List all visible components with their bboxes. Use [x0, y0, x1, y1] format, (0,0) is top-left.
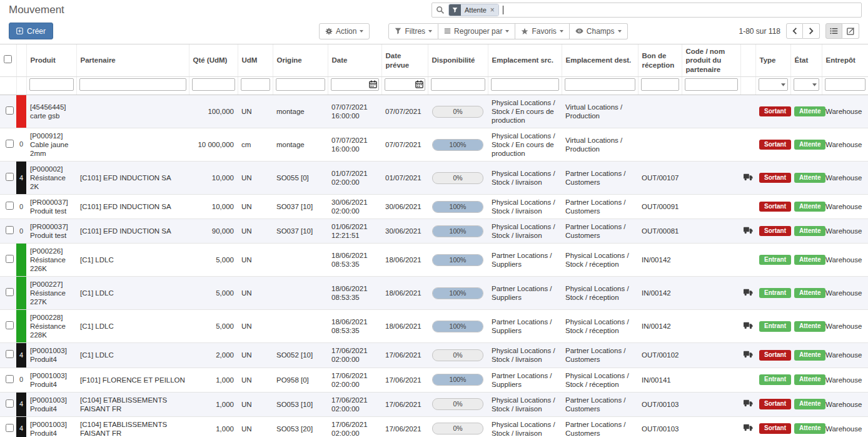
action-menu-button[interactable]: Action: [319, 23, 370, 39]
column-header-type[interactable]: Type: [755, 44, 790, 77]
filter-facet-icon: [449, 4, 461, 16]
editable-list-view-button[interactable]: [842, 23, 859, 39]
column-header-emplacement-src[interactable]: Emplacement src.: [488, 44, 562, 77]
column-header-date-prevue[interactable]: Date prévue: [381, 44, 428, 77]
movement-list-table: Produit Partenaire Qté (UdM) UdM Origine…: [0, 44, 868, 437]
row-checkbox[interactable]: [6, 424, 14, 432]
table-row[interactable]: 4 [P0001003] Produit4 [C104] ETABLISSEME…: [0, 416, 868, 437]
row-checkbox[interactable]: [6, 173, 14, 181]
row-checkbox[interactable]: [6, 350, 14, 358]
filter-type-select[interactable]: [759, 78, 788, 91]
select-all-header[interactable]: [0, 44, 16, 77]
partner-cell: [C101] EFD INDUCTION SA: [76, 162, 189, 195]
uom-cell: UN: [238, 416, 273, 437]
quantity-cell: 5,000: [189, 310, 238, 343]
search-facet-attente[interactable]: Attente ×: [448, 4, 499, 16]
calendar-icon[interactable]: [415, 80, 423, 88]
facet-remove-button[interactable]: ×: [490, 6, 495, 14]
pager-previous-button[interactable]: [786, 23, 803, 39]
column-header-origine[interactable]: Origine: [273, 44, 328, 77]
column-header-bon-reception[interactable]: Bon de réception: [638, 44, 682, 77]
filter-quantity-input[interactable]: [192, 78, 235, 91]
caret-down-icon: [618, 30, 622, 33]
expected-date-cell: 17/06/2021: [381, 368, 428, 392]
partner-code-cell: [682, 195, 740, 219]
plus-icon: [16, 28, 23, 34]
row-checkbox[interactable]: [6, 375, 14, 383]
expected-date-cell: 17/06/2021: [381, 343, 428, 368]
filter-origin-input[interactable]: [276, 78, 325, 91]
pager-next-button[interactable]: [803, 23, 820, 39]
type-badge: Sortant: [759, 399, 791, 409]
filter-produit-input[interactable]: [29, 78, 74, 91]
action-menu: Action: [319, 23, 370, 39]
list-view-button[interactable]: [825, 23, 842, 39]
select-all-checkbox[interactable]: [4, 55, 12, 63]
filter-availability-input[interactable]: [431, 78, 485, 91]
table-row[interactable]: 4 [P000002] Résistance 2K [C101] EFD IND…: [0, 162, 868, 195]
filter-partenaire-input[interactable]: [79, 78, 186, 91]
filter-destination-location-input[interactable]: [565, 78, 635, 91]
column-header-qte[interactable]: Qté (UdM): [189, 44, 238, 77]
column-header-etat[interactable]: État: [790, 44, 822, 77]
filter-receipt-input[interactable]: [641, 78, 679, 91]
column-header-entrepot[interactable]: Entrepôt: [822, 44, 868, 77]
row-checkbox[interactable]: [6, 202, 14, 210]
search-bar[interactable]: Attente ×: [431, 3, 862, 18]
filter-source-location-input[interactable]: [491, 78, 559, 91]
column-header-code-partenaire[interactable]: Code / nom produit du partenaire: [682, 44, 740, 77]
availability-label: 100%: [433, 321, 483, 332]
column-header-partenaire[interactable]: Partenaire: [76, 44, 189, 77]
date-cell: 18/06/2021 08:53:35: [328, 310, 381, 343]
row-checkbox[interactable]: [6, 321, 14, 329]
column-header-produit[interactable]: Produit: [26, 44, 76, 77]
row-checkbox[interactable]: [6, 288, 14, 296]
table-row[interactable]: [P000226] Résistance 226K [C1] LDLC 5,00…: [0, 244, 868, 277]
column-header-emplacement-dest[interactable]: Emplacement dest.: [562, 44, 638, 77]
filter-uom-input[interactable]: [241, 78, 270, 91]
calendar-icon[interactable]: [369, 80, 377, 88]
fields-menu-button[interactable]: Champs: [570, 23, 628, 39]
gear-icon: [325, 28, 333, 35]
row-checkbox[interactable]: [6, 140, 14, 148]
table-row[interactable]: 4 [P0001003] Produit4 [C1] LDLC 2,000 UN…: [0, 343, 868, 368]
receipt-cell: OUT/00107: [638, 162, 682, 195]
table-row[interactable]: [P000228] Résistance 228K [C1] LDLC 5,00…: [0, 310, 868, 343]
table-row[interactable]: [P000227] Résistance 227K [C1] LDLC 5,00…: [0, 277, 868, 310]
color-indicator-cell: [16, 310, 26, 343]
origin-cell: montage: [273, 128, 328, 162]
filter-partner-code-input[interactable]: [685, 78, 738, 91]
availability-cell: 100%: [428, 368, 488, 392]
availability-label: 0%: [433, 350, 483, 361]
row-checkbox[interactable]: [6, 226, 14, 234]
availability-bar: 100%: [432, 287, 483, 299]
favorites-menu-button[interactable]: Favoris: [515, 23, 569, 39]
color-indicator-cell: [16, 95, 26, 128]
receipt-cell: OUT/00103: [638, 416, 682, 437]
filter-state-select[interactable]: [794, 78, 819, 91]
table-row[interactable]: 4 [P0001003] Produit4 [C104] ETABLISSEME…: [0, 392, 868, 416]
receipt-cell: OUT/00081: [638, 219, 682, 244]
table-row[interactable]: 0 [P0001003] Produit4 [F101] FLORENCE ET…: [0, 368, 868, 392]
table-row[interactable]: 0 [PR000037] Produit test [C101] EFD IND…: [0, 195, 868, 219]
create-button[interactable]: Créer: [9, 23, 53, 39]
availability-cell: 100%: [428, 195, 488, 219]
filter-warehouse-input[interactable]: [825, 78, 866, 91]
table-row[interactable]: 0 [PR000037] Produit test [C101] EFD IND…: [0, 219, 868, 244]
column-header-disponibilite[interactable]: Disponibilité: [428, 44, 488, 77]
uom-cell: UN: [238, 244, 273, 277]
color-indicator-header: [16, 44, 26, 77]
filters-menu-button[interactable]: Filtres: [388, 23, 438, 39]
row-checkbox[interactable]: [6, 399, 14, 408]
search-input[interactable]: [507, 5, 857, 15]
column-header-date[interactable]: Date: [328, 44, 381, 77]
column-header-udm[interactable]: UdM: [238, 44, 273, 77]
quantity-cell: 5,000: [189, 277, 238, 310]
groupby-menu-button[interactable]: Regrouper par: [438, 23, 515, 39]
type-badge: Entrant: [759, 374, 791, 384]
table-row[interactable]: [45456445] carte gsb 100,000 UN montage …: [0, 95, 868, 128]
row-checkbox[interactable]: [6, 255, 14, 263]
row-checkbox[interactable]: [6, 106, 14, 115]
table-row[interactable]: 0 [P000912] Cable jaune 2mm 10 000,000 c…: [0, 128, 868, 162]
date-cell: 17/06/2021 02:00:00: [328, 392, 381, 416]
